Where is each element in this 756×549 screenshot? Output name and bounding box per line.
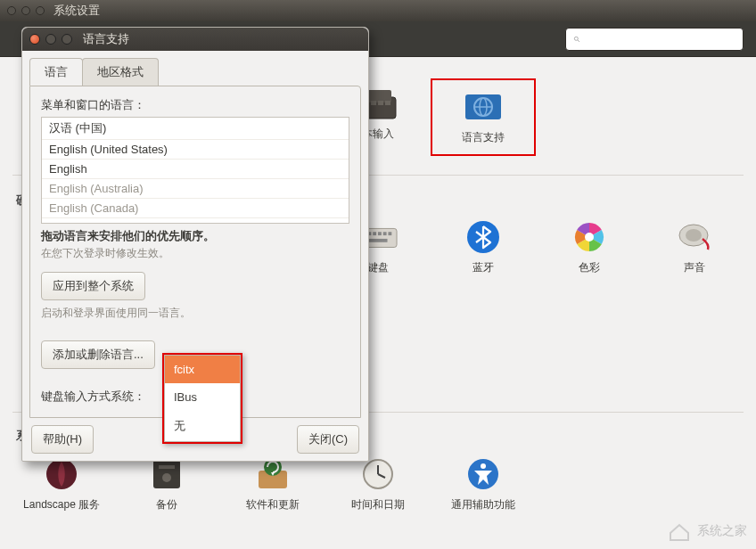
accessibility-item[interactable]: 通用辅助功能: [431, 449, 536, 518]
svg-point-21: [585, 233, 594, 242]
time-date-label: 时间和日期: [351, 497, 405, 512]
empty-cell: [536, 78, 641, 156]
search-input[interactable]: [565, 28, 744, 51]
accessibility-label: 通用辅助功能: [451, 497, 515, 512]
watermark: 系统之家: [667, 520, 747, 542]
language-support-label: 语言支持: [462, 130, 505, 145]
house-icon: [667, 520, 692, 542]
minimize-icon[interactable]: [45, 34, 56, 45]
close-window-icon[interactable]: [7, 6, 16, 15]
bluetooth-item[interactable]: 蓝牙: [431, 212, 536, 281]
language-list[interactable]: 汉语 (中国)English (United States)EnglishEng…: [41, 117, 349, 224]
input-method-dropdown[interactable]: fcitxIBus无: [162, 353, 242, 444]
close-button[interactable]: 关闭(C): [297, 425, 359, 454]
empty-cell: [642, 78, 747, 156]
language-list-item[interactable]: 汉语 (中国): [42, 118, 349, 140]
window-controls: [7, 6, 45, 15]
drag-hint: 拖动语言来安排他们的优先顺序。: [41, 229, 349, 244]
svg-rect-16: [378, 232, 382, 235]
help-button[interactable]: 帮助(H): [31, 425, 94, 454]
svg-point-0: [574, 37, 578, 40]
backup-label: 备份: [156, 497, 177, 512]
language-support-item[interactable]: 语言支持: [431, 78, 536, 156]
svg-rect-6: [378, 101, 383, 105]
accessibility-icon: [464, 455, 503, 494]
tab-language[interactable]: 语言: [29, 58, 83, 86]
sound-label: 声音: [684, 260, 705, 275]
input-method-option[interactable]: IBus: [165, 383, 240, 411]
bluetooth-icon: [464, 217, 503, 257]
bluetooth-label: 蓝牙: [472, 260, 494, 275]
language-list-item[interactable]: English (United States): [42, 140, 349, 160]
minimize-window-icon[interactable]: [21, 6, 30, 15]
language-list-item[interactable]: English (Australia): [42, 179, 349, 199]
svg-point-34: [481, 463, 486, 469]
svg-point-23: [686, 229, 702, 242]
input-method-option[interactable]: fcitx: [165, 356, 240, 383]
search-field[interactable]: [586, 32, 735, 45]
dialog-tabs: 语言 地区格式: [29, 58, 361, 86]
svg-rect-17: [383, 232, 387, 235]
color-item[interactable]: 色彩: [536, 212, 641, 281]
svg-line-1: [578, 40, 579, 42]
effect-hint: 在您下次登录时修改生效。: [41, 246, 349, 261]
language-list-item[interactable]: English: [42, 160, 349, 179]
svg-rect-5: [371, 101, 376, 105]
language-list-item[interactable]: English (Canada): [42, 199, 349, 218]
sound-icon: [675, 217, 714, 257]
landscape-label: Landscape 服务: [23, 497, 100, 512]
watermark-text: 系统之家: [697, 523, 747, 539]
keyboard-label: 键盘: [367, 260, 389, 275]
sound-item[interactable]: 声音: [642, 212, 747, 281]
svg-rect-15: [373, 232, 376, 235]
svg-point-27: [162, 473, 171, 482]
maximize-icon[interactable]: [62, 34, 72, 45]
svg-rect-18: [388, 232, 391, 235]
main-title: 系统设置: [53, 3, 100, 19]
empty-cell: [642, 449, 747, 518]
close-icon[interactable]: [29, 34, 40, 45]
menu-window-language-label: 菜单和窗口的语言：: [41, 97, 349, 113]
input-method-option[interactable]: 无: [165, 411, 240, 441]
tab-region[interactable]: 地区格式: [82, 58, 159, 86]
login-hint: 启动和登录界面使用同一语言。: [41, 306, 349, 321]
dialog-title: 语言支持: [83, 31, 129, 47]
apply-systemwide-button[interactable]: 应用到整个系统: [41, 272, 145, 300]
keyboard-input-label: 键盘输入方式系统：: [41, 389, 145, 405]
software-updates-label: 软件和更新: [246, 497, 300, 512]
empty-cell: [536, 449, 641, 518]
color-icon: [570, 217, 609, 257]
svg-rect-19: [368, 239, 387, 242]
color-label: 色彩: [579, 260, 600, 275]
maximize-window-icon[interactable]: [36, 6, 45, 15]
search-icon: [573, 33, 580, 45]
dialog-titlebar: 语言支持: [22, 28, 368, 51]
main-titlebar: 系统设置: [0, 0, 756, 21]
add-remove-language-button[interactable]: 添加或删除语言...: [41, 340, 155, 369]
language-support-icon: [464, 87, 503, 127]
svg-rect-7: [385, 101, 390, 105]
svg-rect-26: [159, 465, 175, 469]
